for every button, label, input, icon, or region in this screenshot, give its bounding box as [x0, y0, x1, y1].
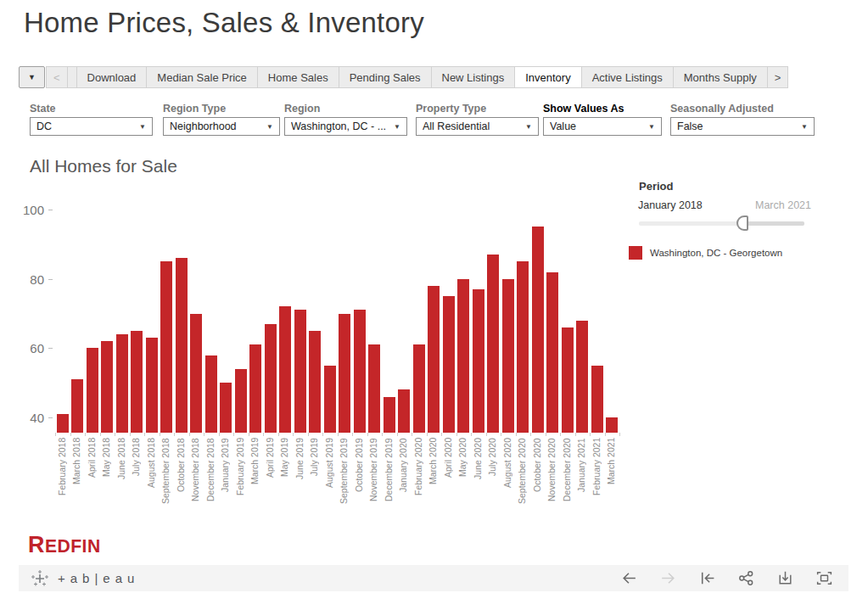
filter-dropdown-seasonally-adjusted[interactable]: False▼	[670, 117, 815, 136]
x-tick-mark	[516, 433, 517, 436]
bar-november-2020[interactable]	[546, 272, 558, 434]
bar-january-2020[interactable]	[398, 389, 410, 433]
bar-september-2018[interactable]	[160, 261, 172, 433]
tab-pending-sales[interactable]: Pending Sales	[339, 66, 432, 88]
x-tick-label: August 2019	[324, 438, 334, 514]
bar-june-2020[interactable]	[473, 289, 484, 433]
tab-median-sale-price[interactable]: Median Sale Price	[146, 66, 258, 88]
sheet-tab-bar: ▼ < DownloadMedian Sale PriceHome SalesP…	[20, 66, 788, 88]
redo-button[interactable]	[659, 569, 677, 587]
bar-august-2018[interactable]	[146, 338, 158, 433]
tab-active-listings[interactable]: Active Listings	[581, 66, 674, 88]
bar-june-2018[interactable]	[116, 334, 128, 433]
bar-april-2019[interactable]	[265, 324, 277, 433]
filter-dropdown-state[interactable]: DC▼	[30, 117, 153, 136]
x-tick-label: May 2019	[279, 438, 289, 514]
redfin-logo: REDFIN	[28, 531, 101, 558]
bar-may-2019[interactable]	[279, 306, 291, 433]
bar-august-2019[interactable]	[324, 366, 336, 433]
x-tick-mark	[412, 433, 412, 436]
bar-july-2020[interactable]	[487, 255, 499, 433]
tabs-scroll-right-button[interactable]: >	[767, 66, 789, 88]
bar-march-2018[interactable]	[71, 379, 83, 433]
bar-may-2020[interactable]	[457, 279, 469, 433]
tab-new-listings[interactable]: New Listings	[431, 66, 516, 88]
x-tick-mark	[501, 433, 501, 436]
x-tick-label: September 2020	[517, 438, 527, 514]
x-tick-mark	[352, 433, 353, 436]
bar-october-2019[interactable]	[354, 310, 366, 433]
bar-february-2021[interactable]	[591, 366, 603, 433]
chart-title: All Homes for Sale	[30, 156, 177, 176]
bar-april-2018[interactable]	[87, 348, 98, 433]
bar-january-2021[interactable]	[576, 321, 588, 433]
bar-october-2018[interactable]	[176, 258, 188, 433]
period-slider-track[interactable]	[639, 221, 741, 226]
tableau-logo[interactable]: +ab|eau	[31, 569, 139, 588]
x-tick-label: March 2019	[249, 438, 260, 514]
dropdown-caret-icon: ▼	[801, 123, 808, 131]
x-tick-mark	[605, 433, 606, 436]
bar-december-2019[interactable]	[384, 397, 395, 434]
x-tick-label: January 2020	[398, 438, 408, 514]
x-tick-label: November 2020	[546, 438, 557, 514]
bar-may-2018[interactable]	[101, 341, 113, 433]
y-tick-label: 100	[23, 203, 44, 217]
bar-september-2019[interactable]	[339, 314, 350, 434]
bar-january-2019[interactable]	[220, 383, 232, 433]
x-tick-label: May 2020	[457, 438, 468, 514]
x-tick-mark	[382, 433, 383, 436]
filter-dropdown-show-values-as[interactable]: Value▼	[543, 117, 662, 136]
tab-menu-button[interactable]: ▼	[19, 66, 45, 88]
bar-february-2018[interactable]	[57, 414, 69, 433]
x-tick-mark	[322, 433, 323, 436]
filter-label-seasonally-adjusted: Seasonally Adjusted	[670, 103, 774, 115]
x-axis-labels: February 2018March 2018April 2018May 201…	[55, 438, 619, 516]
bar-march-2021[interactable]	[606, 417, 618, 433]
bar-february-2019[interactable]	[235, 369, 247, 433]
tab-download[interactable]: Download	[76, 66, 148, 88]
legend-item[interactable]: Washington, DC - Georgetown	[629, 246, 782, 260]
x-tick-mark	[263, 433, 264, 436]
tab-list: DownloadMedian Sale PriceHome SalesPendi…	[77, 66, 768, 88]
bar-december-2018[interactable]	[205, 355, 217, 434]
bar-february-2020[interactable]	[413, 344, 425, 433]
period-slider-handle[interactable]	[736, 215, 748, 231]
bar-july-2018[interactable]	[131, 331, 143, 433]
tab-inventory[interactable]: Inventory	[514, 66, 581, 88]
bar-november-2018[interactable]	[190, 314, 202, 434]
fullscreen-button[interactable]	[815, 569, 833, 587]
bar-august-2020[interactable]	[502, 279, 514, 433]
filter-value-region: Washington, DC - ...	[291, 120, 386, 132]
x-tick-label: October 2020	[532, 438, 542, 514]
page-title: Home Prices, Sales & Inventory	[24, 7, 424, 39]
bar-march-2020[interactable]	[428, 286, 440, 433]
bar-december-2020[interactable]	[562, 327, 574, 433]
x-tick-mark	[427, 433, 428, 436]
undo-button[interactable]	[620, 569, 638, 587]
bar-april-2020[interactable]	[443, 296, 455, 433]
bar-july-2019[interactable]	[309, 331, 321, 433]
x-tick-label: September 2018	[160, 438, 171, 514]
download-button[interactable]	[776, 569, 794, 587]
period-slider-track-right[interactable]	[741, 221, 804, 226]
x-tick-label: July 2018	[131, 438, 141, 514]
x-tick-mark	[144, 433, 145, 436]
bar-october-2020[interactable]	[532, 227, 544, 433]
legend-label: Washington, DC - Georgetown	[650, 248, 782, 258]
share-button[interactable]	[737, 569, 755, 587]
y-tick-label: 80	[30, 272, 44, 287]
filter-dropdown-property-type[interactable]: All Residential▼	[416, 117, 539, 136]
tabs-scroll-left-button[interactable]: <	[46, 66, 68, 88]
tab-months-supply[interactable]: Months Supply	[673, 66, 768, 88]
filter-dropdown-region-type[interactable]: Neighborhood▼	[163, 117, 280, 136]
bar-june-2019[interactable]	[294, 310, 306, 433]
x-tick-mark	[338, 433, 339, 436]
x-tick-mark	[249, 433, 249, 436]
tab-home-sales[interactable]: Home Sales	[257, 66, 339, 88]
reset-button[interactable]	[698, 569, 716, 587]
bar-september-2020[interactable]	[517, 261, 529, 433]
filter-dropdown-region[interactable]: Washington, DC - ...▼	[284, 117, 407, 136]
bar-november-2019[interactable]	[368, 344, 380, 433]
bar-march-2019[interactable]	[249, 344, 261, 433]
